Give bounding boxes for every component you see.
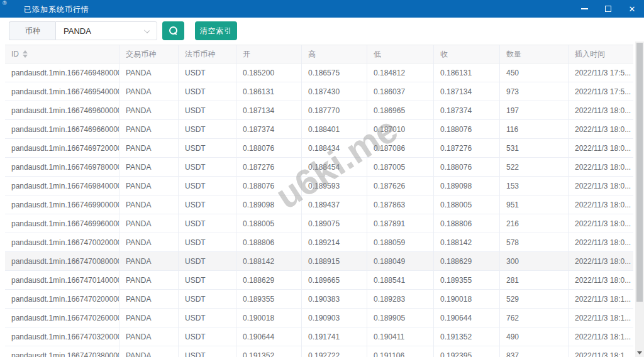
table-cell: 2022/11/3 18:0... (569, 120, 633, 139)
table-cell: 0.187005 (367, 158, 434, 177)
table-cell: 0.190644 (236, 327, 302, 346)
table-cell: 0.190644 (434, 309, 500, 327)
vertical-scrollbar[interactable] (635, 41, 644, 357)
table-cell: 0.188401 (302, 120, 367, 139)
table-cell: USDT (179, 63, 236, 82)
table-cell: USDT (179, 327, 236, 346)
table-row[interactable]: pandausdt.1min.1667470020000PANDAUSDT0.1… (5, 233, 633, 252)
close-button[interactable]: ✕ (620, 0, 644, 18)
table-row[interactable]: pandausdt.1min.1667469960000PANDAUSDT0.1… (5, 214, 633, 233)
table-cell: 0.188142 (434, 233, 500, 252)
table-row[interactable]: pandausdt.1min.1667469480000PANDAUSDT0.1… (5, 63, 633, 82)
app-window: ® 已添加系统币行情 ✕ 币种 PANDA 清空索引 ID (0, 0, 644, 357)
minimize-icon (581, 8, 588, 9)
registered-mark-icon: ® (3, 0, 7, 6)
table-cell: USDT (179, 101, 236, 120)
table-cell: pandausdt.1min.1667469780000 (5, 158, 119, 177)
titlebar: ® 已添加系统币行情 ✕ (0, 0, 644, 18)
table-cell: 197 (500, 101, 569, 120)
table-cell: PANDA (119, 101, 179, 120)
table-cell: USDT (179, 120, 236, 139)
table-cell: 0.189905 (367, 309, 434, 327)
table-cell: USDT (179, 158, 236, 177)
table-cell: 0.186037 (367, 82, 434, 101)
column-header-low: 低 (367, 45, 434, 63)
column-header-insert-time: 插入时间 (569, 45, 633, 63)
column-header-high: 高 (302, 45, 367, 63)
table-cell: 0.188049 (367, 252, 434, 271)
table-row[interactable]: pandausdt.1min.1667469840000PANDAUSDT0.1… (5, 177, 633, 195)
scrollbar-down-button[interactable] (635, 349, 644, 357)
table-cell: 2022/11/3 17:5... (569, 63, 633, 82)
table-row[interactable]: pandausdt.1min.1667469600000PANDAUSDT0.1… (5, 101, 633, 120)
clear-index-button[interactable]: 清空索引 (195, 21, 237, 40)
table-cell: 0.186965 (367, 101, 434, 120)
table-cell: 0.189355 (236, 290, 302, 309)
table-cell: 0.188005 (236, 214, 302, 233)
table-cell: USDT (179, 309, 236, 327)
table-row[interactable]: pandausdt.1min.1667469660000PANDAUSDT0.1… (5, 120, 633, 139)
table-cell: 2022/11/3 18:0... (569, 195, 633, 214)
table-row[interactable]: pandausdt.1min.1667470320000PANDAUSDT0.1… (5, 327, 633, 346)
table-cell: 0.192395 (434, 346, 500, 357)
close-icon: ✕ (629, 5, 636, 13)
table-cell: USDT (179, 271, 236, 290)
table-cell: pandausdt.1min.1667469480000 (5, 63, 119, 82)
table-cell: 0.189075 (302, 214, 367, 233)
table-cell: PANDA (119, 139, 179, 158)
table-cell: 450 (500, 63, 569, 82)
maximize-button[interactable] (596, 0, 620, 18)
table-row[interactable]: pandausdt.1min.1667469780000PANDAUSDT0.1… (5, 158, 633, 177)
sort-icon[interactable] (23, 50, 28, 58)
table-cell: USDT (179, 82, 236, 101)
table-cell: 0.187374 (434, 101, 500, 120)
column-header-id[interactable]: ID (5, 45, 119, 63)
table-cell: 0.188076 (434, 120, 500, 139)
column-header-close: 收 (434, 45, 500, 63)
table-cell: 529 (500, 290, 569, 309)
chevron-down-icon (144, 28, 150, 33)
table-cell: 0.188629 (434, 252, 500, 271)
table-cell: 0.189437 (302, 195, 367, 214)
table-cell: 0.189355 (434, 271, 500, 290)
table-cell: 0.188059 (367, 233, 434, 252)
table-cell: pandausdt.1min.1667470320000 (5, 327, 119, 346)
table-cell: 0.188434 (302, 139, 367, 158)
table-row[interactable]: pandausdt.1min.1667470140000PANDAUSDT0.1… (5, 271, 633, 290)
table-cell: pandausdt.1min.1667470200000 (5, 290, 119, 309)
table-cell: PANDA (119, 271, 179, 290)
table-row[interactable]: pandausdt.1min.1667470200000PANDAUSDT0.1… (5, 290, 633, 309)
search-button[interactable] (162, 21, 184, 40)
table-row[interactable]: pandausdt.1min.1667470380000PANDAUSDT0.1… (5, 346, 633, 357)
scrollbar-thumb[interactable] (636, 43, 643, 302)
table-cell: 116 (500, 120, 569, 139)
table-row[interactable]: pandausdt.1min.1667469900000PANDAUSDT0.1… (5, 195, 633, 214)
table-cell: 153 (500, 177, 569, 195)
table-cell: 0.187770 (302, 101, 367, 120)
table-cell: 0.188806 (236, 233, 302, 252)
table-cell: 0.187430 (302, 82, 367, 101)
table-cell: 281 (500, 271, 569, 290)
table-cell: 0.188806 (434, 214, 500, 233)
table-row[interactable]: pandausdt.1min.1667469540000PANDAUSDT0.1… (5, 82, 633, 101)
table-cell: 0.187891 (367, 214, 434, 233)
table-cell: 2022/11/3 18:1... (569, 346, 633, 357)
table-cell: 300 (500, 252, 569, 271)
coin-select[interactable]: PANDA (55, 21, 157, 40)
minimize-button[interactable] (572, 0, 596, 18)
table-cell: PANDA (119, 233, 179, 252)
table-cell: 216 (500, 214, 569, 233)
table-row[interactable]: pandausdt.1min.1667470080000PANDAUSDT0.1… (5, 252, 633, 271)
market-table: ID 交易币种 法币币种 开 高 低 收 数量 插入时间 pandausdt.1… (5, 45, 633, 357)
table-cell: 0.191106 (367, 346, 434, 357)
table-row[interactable]: pandausdt.1min.1667469720000PANDAUSDT0.1… (5, 139, 633, 158)
table-cell: 0.188005 (434, 195, 500, 214)
table-row[interactable]: pandausdt.1min.1667470260000PANDAUSDT0.1… (5, 309, 633, 327)
table-cell: 2022/11/3 18:0... (569, 252, 633, 271)
table-cell: USDT (179, 252, 236, 271)
table-cell: 0.190903 (302, 309, 367, 327)
window-title: 已添加系统币行情 (24, 4, 89, 15)
table-cell: 0.187134 (236, 101, 302, 120)
table-cell: 0.188541 (367, 271, 434, 290)
table-cell: USDT (179, 214, 236, 233)
